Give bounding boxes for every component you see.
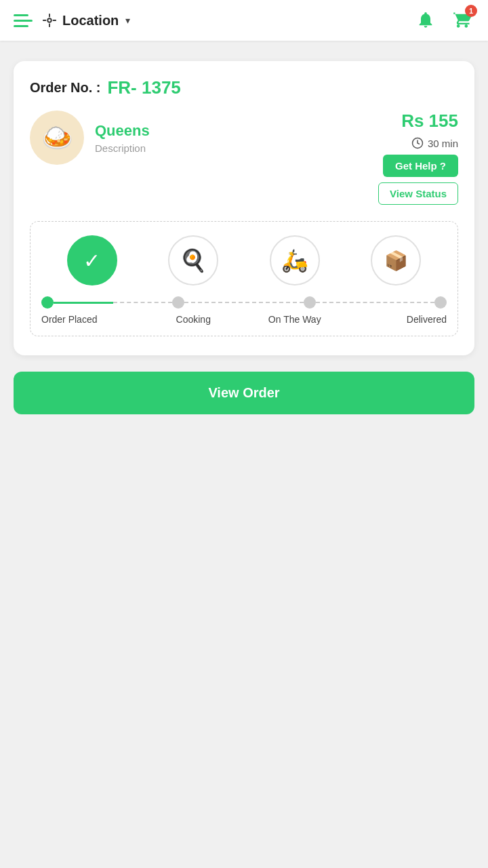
- step-delivered: 📦: [346, 235, 447, 285]
- notification-bell-button[interactable]: [413, 7, 438, 34]
- step-cooking: 🍳: [143, 235, 245, 285]
- progress-dot-2: [172, 296, 184, 309]
- step-icon-delivered: 📦: [371, 235, 421, 285]
- order-price-area: Rs 155 30 min Get Help ? View Status: [378, 111, 458, 205]
- checkmark-icon: ✓: [83, 249, 100, 273]
- clock-icon: [411, 137, 424, 149]
- food-image: 🍛: [30, 111, 84, 165]
- progress-bar: [41, 296, 447, 309]
- delivery-time: 30 min: [428, 138, 458, 149]
- delivery-time-row: 30 min: [411, 137, 458, 149]
- progress-dot-1: [41, 296, 54, 309]
- line-3: [316, 302, 434, 304]
- header-right: 1: [413, 7, 474, 34]
- location-target-icon: [42, 13, 57, 28]
- step-label-on-the-way: On The Way: [244, 314, 346, 325]
- step-label-delivered: Delivered: [346, 314, 447, 325]
- step-label-cooking: Cooking: [143, 314, 245, 325]
- step-on-the-way: 🛵: [244, 235, 346, 285]
- delivery-scooter-icon: 🛵: [281, 248, 308, 273]
- bell-icon: [416, 10, 435, 29]
- order-tracker: ✓ 🍳 🛵 📦: [30, 221, 458, 336]
- restaurant-name: Queens: [95, 122, 150, 140]
- order-info-row: 🍛 Queens Description Rs 155 30 min Get H…: [30, 111, 458, 205]
- cart-badge: 1: [465, 5, 477, 17]
- order-number-label: Order No. :: [30, 80, 100, 96]
- view-order-button[interactable]: View Order: [14, 372, 474, 414]
- step-icon-on-the-way: 🛵: [270, 235, 320, 285]
- svg-point-0: [47, 18, 52, 22]
- order-number-row: Order No. : FR- 1375: [30, 77, 458, 98]
- price-value: Rs 155: [401, 111, 458, 132]
- cooking-icon: 🍳: [180, 248, 207, 273]
- chevron-down-icon: ▾: [125, 15, 130, 26]
- step-icon-cooking: 🍳: [168, 235, 218, 285]
- main-content: Order No. : FR- 1375 🍛 Queens Descriptio…: [0, 41, 488, 435]
- tracker-icons-row: ✓ 🍳 🛵 📦: [41, 235, 447, 285]
- step-label-order-placed: Order Placed: [41, 314, 143, 325]
- order-number-value: FR- 1375: [107, 77, 180, 98]
- order-card: Order No. : FR- 1375 🍛 Queens Descriptio…: [14, 61, 474, 355]
- step-labels-row: Order Placed Cooking On The Way Delivere…: [41, 314, 447, 325]
- step-order-placed: ✓: [41, 235, 143, 285]
- delivered-box-icon: 📦: [384, 250, 408, 272]
- restaurant-description: Description: [95, 142, 150, 154]
- hamburger-icon[interactable]: [14, 14, 33, 27]
- location-label: Location: [62, 13, 119, 28]
- view-status-button[interactable]: View Status: [378, 182, 458, 205]
- cart-button[interactable]: 1: [450, 7, 474, 34]
- restaurant-area: 🍛 Queens Description: [30, 111, 150, 165]
- get-help-button[interactable]: Get Help ?: [383, 155, 458, 177]
- header: Location ▾ 1: [0, 0, 488, 41]
- line-2: [184, 302, 303, 304]
- line-1: [54, 302, 172, 304]
- progress-dot-4: [434, 296, 447, 309]
- step-icon-order-placed: ✓: [67, 235, 117, 285]
- header-left: Location ▾: [14, 13, 130, 28]
- restaurant-details: Queens Description: [95, 122, 150, 154]
- location-area[interactable]: Location ▾: [42, 13, 130, 28]
- progress-dot-3: [304, 296, 316, 309]
